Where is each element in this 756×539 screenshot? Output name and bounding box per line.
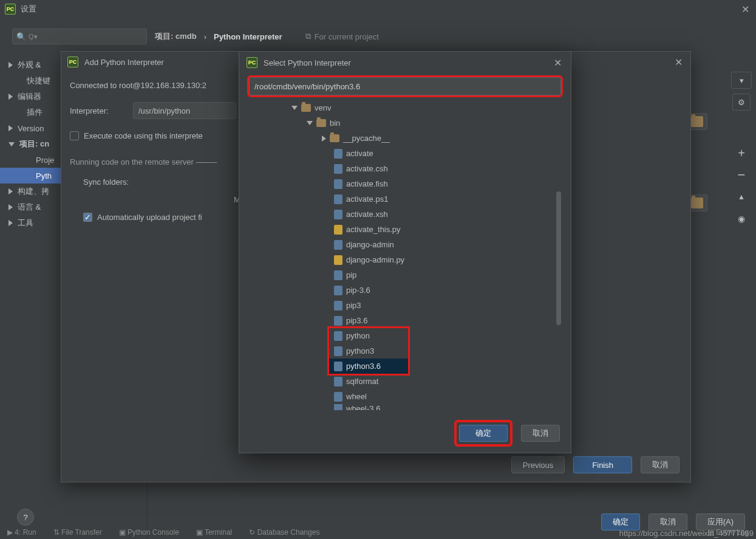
file-icon [334, 270, 342, 280]
sidebar-item-label: 编辑器 [18, 91, 41, 102]
file-row[interactable]: django-admin [249, 237, 561, 252]
chevron-right-icon [9, 62, 13, 68]
file-row[interactable]: pip3.6 [249, 313, 561, 328]
folder-row[interactable]: venv [249, 100, 561, 115]
window-title: 设置 [21, 4, 36, 15]
python-highlight-group: pythonpython3python3.6 [329, 328, 408, 374]
file-icon [334, 301, 342, 311]
file-row[interactable]: activate.fish [249, 176, 561, 191]
tab-terminal[interactable]: ▣ Terminal [196, 528, 232, 537]
chevron-right-icon [322, 136, 326, 142]
folder-row[interactable]: bin [249, 115, 561, 131]
close-icon[interactable]: ✕ [672, 57, 684, 68]
help-button[interactable]: ? [17, 509, 34, 526]
file-icon [334, 149, 342, 159]
select-dialog-footer: 确定 取消 [457, 422, 560, 444]
chevron-down-icon [9, 142, 15, 146]
search-input[interactable]: 🔍 Q▾ [12, 29, 147, 44]
chevron-down-icon [291, 106, 298, 110]
tab-run[interactable]: ▶ 4: Run [7, 528, 36, 537]
file-row[interactable]: wheel [249, 389, 561, 404]
folder-row[interactable]: __pycache__ [249, 131, 561, 146]
select-dialog-header: PC Select Python Interpreter ✕ [239, 52, 571, 74]
file-row[interactable]: wheel-3.6 [249, 404, 561, 410]
file-row[interactable]: pip3 [249, 298, 561, 313]
breadcrumb: 项目: cmdb › Python Interpreter ⧉ For curr… [155, 31, 379, 42]
gear-icon: ⚙ [738, 98, 745, 107]
cancel-button[interactable]: 取消 [641, 456, 679, 473]
add-dialog-title: Add Python Interpreter [84, 58, 164, 67]
file-row[interactable]: python3.6 [329, 359, 408, 374]
file-icon [334, 331, 342, 341]
tree-item-label: venv [315, 103, 331, 112]
gear-button[interactable]: ⚙ [732, 94, 751, 111]
close-icon[interactable]: ✕ [551, 57, 564, 69]
sidebar-item-label: 插件 [27, 107, 43, 118]
sidebar-item-label: 语言 & [18, 202, 41, 213]
chevron-right-icon [9, 188, 13, 194]
file-row[interactable]: pip [249, 267, 561, 283]
exec-checkbox[interactable] [70, 131, 79, 140]
python-file-icon [334, 225, 342, 235]
file-row[interactable]: python [329, 328, 408, 343]
chevron-right-icon [9, 125, 13, 131]
auto-upload-label: Automatically upload project fi [97, 213, 202, 222]
interpreter-label: Interpreter: [70, 106, 124, 115]
folder-icon [330, 134, 339, 142]
cancel-button[interactable]: 取消 [521, 425, 560, 442]
plus-button[interactable]: + [732, 145, 751, 162]
chevron-down-icon [307, 121, 313, 125]
file-row[interactable]: python3 [329, 343, 408, 359]
interpreter-input[interactable]: /usr/bin/python [133, 102, 236, 119]
pycharm-icon: PC [247, 57, 257, 68]
file-icon [334, 404, 342, 410]
file-icon [334, 346, 342, 356]
finish-button[interactable]: Finish [573, 456, 632, 473]
up-button[interactable]: ▲ [732, 188, 751, 205]
tree-item-label: activate [346, 149, 373, 158]
tree-item-label: activate.fish [346, 179, 388, 188]
file-icon [334, 316, 342, 326]
python-file-icon [334, 255, 342, 265]
tree-item-label: django-admin.py [346, 255, 404, 264]
file-row[interactable]: pip-3.6 [249, 283, 561, 298]
pycharm-icon: PC [5, 4, 16, 15]
for-current-project: ⧉ For current project [305, 32, 379, 41]
sidebar-item-label: 项目: cn [19, 139, 49, 149]
tree-item-label: pip3.6 [346, 316, 367, 325]
minus-button[interactable]: − [732, 167, 751, 184]
previous-button[interactable]: Previous [511, 456, 565, 473]
tree-item-label: __pycache__ [343, 134, 390, 143]
pycharm-icon: PC [67, 57, 78, 67]
file-row[interactable]: sqlformat [249, 374, 561, 389]
file-row[interactable]: activate_this.py [249, 222, 561, 237]
tab-file-transfer[interactable]: ⇅ File Transfer [53, 528, 102, 537]
tab-database-changes[interactable]: ↻ Database Changes [249, 528, 319, 537]
eye-button[interactable]: ◉ [732, 210, 751, 227]
file-tree[interactable]: venvbin__pycache__activateactivate.cshac… [249, 100, 561, 410]
tree-item-label: pip3 [346, 301, 361, 310]
sidebar-item-label: 构建、拷 [18, 186, 49, 197]
ok-highlight: 确定 [457, 422, 510, 444]
file-row[interactable]: activate.xsh [249, 207, 561, 222]
file-row[interactable]: activate [249, 146, 561, 161]
sidebar-item-label: 外观 & [18, 60, 41, 70]
path-input[interactable]: /root/cmdb/venv/bin/python3.6 [249, 77, 561, 95]
close-icon[interactable]: ✕ [739, 4, 751, 15]
auto-upload-checkbox[interactable]: ✓ [83, 213, 92, 222]
file-row[interactable]: activate.ps1 [249, 191, 561, 207]
file-icon [334, 240, 342, 250]
chevron-right-icon [9, 220, 13, 226]
scrollbar[interactable] [556, 191, 561, 325]
breadcrumb-page: Python Interpreter [214, 32, 282, 41]
copy-icon: ⧉ [305, 32, 311, 41]
tab-python-console[interactable]: ▣ Python Console [119, 528, 179, 537]
tree-item-label: python3 [346, 346, 374, 355]
ok-button[interactable]: 确定 [459, 425, 508, 442]
file-row[interactable]: activate.csh [249, 161, 561, 176]
file-icon [334, 392, 342, 402]
dropdown-button[interactable]: ▾ [731, 72, 752, 89]
file-row[interactable]: django-admin.py [249, 252, 561, 267]
file-icon [334, 377, 342, 386]
tree-item-label: pip [346, 270, 356, 280]
